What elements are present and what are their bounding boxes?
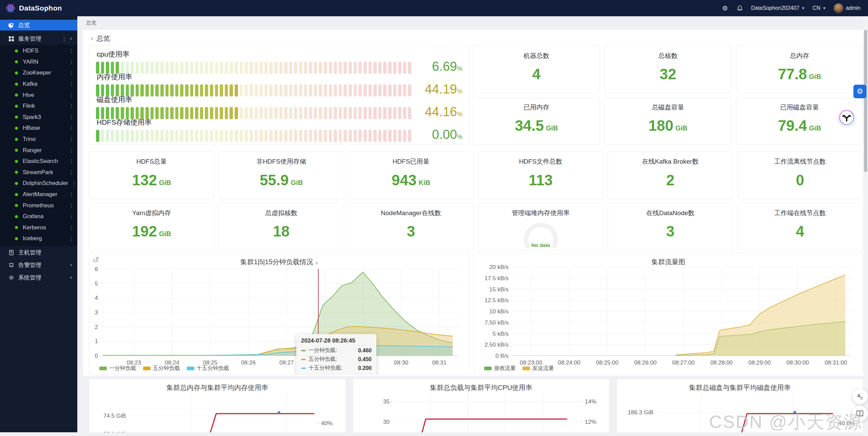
- sidebar-item-flink[interactable]: Flink⋮: [0, 101, 77, 112]
- cluster-selector[interactable]: DataSophon202407▼: [751, 5, 805, 11]
- legend-item[interactable]: 接收流量: [484, 365, 516, 372]
- sidebar-item-alarm[interactable]: 告警管理∨: [0, 259, 77, 271]
- svg-text:10 kB/s: 10 kB/s: [489, 308, 509, 315]
- chevron-up-icon[interactable]: ∧: [70, 37, 73, 40]
- kebab-menu-icon[interactable]: ⋮: [65, 191, 77, 198]
- language-selector[interactable]: CN▼: [812, 5, 826, 11]
- sidebar-item-kerberos[interactable]: Kerberos⋮: [0, 222, 77, 233]
- stat-title: 在线DataNode数: [608, 203, 733, 217]
- user-menu[interactable]: admin: [833, 3, 861, 13]
- legend-marker: [99, 367, 107, 370]
- cluster-load-chart-card: 集群1|5|15分钟负载情况∨ 012345608:2308:2408:2508…: [89, 253, 470, 375]
- app-root: DataSophon ⚙ DataSophon202407▼ CN▼ admin: [0, 0, 868, 436]
- status-dot-green: [15, 116, 18, 119]
- stat-card-yarn-5: 工作端在线节点数4: [737, 203, 863, 250]
- theme-settings-button[interactable]: ⚙: [853, 85, 866, 98]
- stat-value: 4: [738, 217, 863, 250]
- sidebar-item-grafana[interactable]: Grafana⋮: [0, 211, 77, 222]
- alarm-bell-icon[interactable]: [736, 4, 744, 12]
- sidebar-item-spark3[interactable]: Spark3⋮: [0, 112, 77, 123]
- sidebar-item-iceberg[interactable]: Iceberg⋮: [0, 233, 77, 244]
- sidebar-item-trino[interactable]: Trino⋮: [0, 134, 77, 145]
- kebab-menu-icon[interactable]: ⋮: [65, 48, 77, 54]
- gauge-segment-bar: [96, 84, 411, 97]
- chart-legend: 接收流量发送流量: [484, 365, 554, 372]
- legend-item[interactable]: 十五分钟负载: [187, 365, 229, 372]
- atom-logo-icon: [5, 3, 16, 13]
- stat-title: 工作流离线节点数: [738, 152, 863, 166]
- sidebar-item-streampark[interactable]: StreamPark⋮: [0, 167, 77, 178]
- sidebar-item-host[interactable]: 主机管理: [0, 246, 77, 259]
- stat-card-yarn-3: 管理端堆内存使用率No data: [478, 203, 604, 250]
- sidebar-item-kafka[interactable]: Kafka⋮: [0, 79, 77, 90]
- kebab-menu-icon[interactable]: ⋮: [65, 103, 77, 109]
- sidebar-item-system[interactable]: 系统管理∨: [0, 271, 77, 284]
- sidebar-item-dolphinscheduler[interactable]: DolphinScheduler⋮: [0, 178, 77, 189]
- sidebar-item-elasticsearch[interactable]: ElasticSearch⋮: [0, 156, 77, 167]
- kebab-menu-icon[interactable]: ⋮: [65, 169, 77, 175]
- breadcrumb: 总览: [86, 20, 96, 26]
- csdn-float-logo[interactable]: [838, 109, 855, 126]
- watermark: CSDN @小天资源: [709, 410, 863, 434]
- sidebar-item-alertmanager[interactable]: AlertManager⋮: [0, 189, 77, 200]
- svg-text:08:29:00: 08:29:00: [748, 359, 771, 366]
- svg-text:文: 文: [860, 396, 863, 400]
- sidebar-item-ranger[interactable]: Ranger⋮: [0, 145, 77, 156]
- chart-title: 集群总内存与集群平均内存使用率: [89, 383, 346, 392]
- stat-value: 32: [605, 60, 731, 93]
- sidebar-item-hdfs[interactable]: HDFS⋮: [0, 45, 77, 57]
- stat-title: HDFS总量: [89, 152, 214, 166]
- legend-item[interactable]: 发送流量: [522, 365, 554, 372]
- service-label: Kerberos: [23, 224, 46, 231]
- translate-icon[interactable]: A文: [852, 389, 868, 404]
- svg-text:74.5 GiB: 74.5 GiB: [103, 413, 126, 419]
- kebab-menu-icon[interactable]: ⋮: [68, 180, 80, 186]
- legend-item[interactable]: 五分钟负载: [143, 365, 180, 372]
- service-label: Iceberg: [23, 235, 42, 242]
- sidebar-item-hive[interactable]: Hive⋮: [0, 89, 77, 101]
- kebab-menu-icon[interactable]: ⋮: [65, 147, 77, 153]
- stat-value: 77.8GiB: [736, 60, 863, 93]
- section-collapse-header[interactable]: ∨ 总览: [91, 34, 110, 43]
- service-label: AlertManager: [23, 191, 57, 198]
- kebab-menu-icon[interactable]: ⋮: [59, 36, 70, 42]
- kebab-menu-icon[interactable]: ⋮: [65, 114, 77, 120]
- gauge-segment-bar: [96, 62, 411, 74]
- svg-text:08:30:00: 08:30:00: [787, 359, 809, 366]
- kebab-menu-icon[interactable]: ⋮: [65, 213, 77, 220]
- kebab-menu-icon[interactable]: ⋮: [65, 203, 77, 209]
- kebab-menu-icon[interactable]: ⋮: [65, 136, 77, 142]
- chevron-down-icon: ∨: [91, 37, 94, 41]
- cluster-traffic-chart-card: 集群流量图 0 B/s2.50 kB/s5 kB/s7.50 kB/s10 kB…: [474, 253, 863, 375]
- kebab-menu-icon[interactable]: ⋮: [65, 92, 77, 98]
- sidebar-item-hbase[interactable]: HBase⋮: [0, 123, 77, 134]
- svg-text:08:24:00: 08:24:00: [558, 359, 580, 366]
- sidebar-item-prometheus[interactable]: Prometheus⋮: [0, 200, 77, 211]
- kebab-menu-icon[interactable]: ⋮: [65, 158, 77, 164]
- gauge-0: cpu使用率6.69%: [96, 48, 462, 71]
- stat-card-0: 机器总数4: [473, 46, 600, 93]
- svg-text:08:27:00: 08:27:00: [672, 359, 695, 366]
- kebab-menu-icon[interactable]: ⋮: [65, 125, 77, 131]
- kebab-menu-icon[interactable]: ⋮: [65, 70, 77, 76]
- cpu-usage-chart-card: 集群总负载与集群平均CPU使用率 35302514%12%10%: [353, 379, 610, 436]
- sidebar-group-services[interactable]: 服务管理 ⋮ ∧: [0, 33, 77, 45]
- gauge-3: HDFS存储使用率0.00%: [96, 116, 462, 139]
- svg-text:08:31:00: 08:31:00: [825, 359, 847, 366]
- kebab-menu-icon[interactable]: ⋮: [65, 59, 77, 65]
- service-label: Ranger: [23, 147, 42, 154]
- legend-item[interactable]: 一分钟负载: [99, 365, 136, 372]
- sidebar-item-yarn[interactable]: YARN⋮: [0, 57, 77, 68]
- external-link-icon[interactable]: [93, 257, 99, 264]
- sidebar-item-overview[interactable]: 总览: [0, 20, 77, 30]
- svg-text:08:30: 08:30: [394, 359, 409, 366]
- status-dot-green: [15, 160, 18, 163]
- status-dot-green: [15, 226, 18, 229]
- scrollbar-thumb[interactable]: [864, 30, 867, 172]
- kebab-menu-icon[interactable]: ⋮: [65, 81, 77, 87]
- kebab-menu-icon[interactable]: ⋮: [65, 225, 77, 231]
- settings-gear-icon[interactable]: ⚙: [721, 4, 729, 12]
- chart-title[interactable]: 集群1|5|15分钟负载情况∨: [89, 257, 469, 267]
- kebab-menu-icon[interactable]: ⋮: [65, 235, 77, 242]
- sidebar-item-zookeeper[interactable]: ZooKeeper⋮: [0, 67, 77, 79]
